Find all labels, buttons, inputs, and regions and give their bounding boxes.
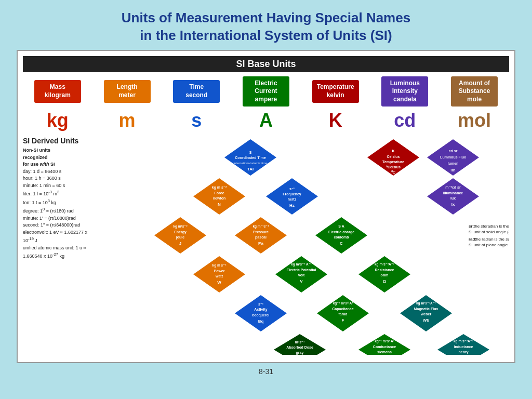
svg-text:kg m²s⁻³A⁻²: kg m²s⁻³A⁻² [375,262,395,267]
svg-text:siemens: siemens [377,350,392,354]
base-unit-mass: Masskilogram [34,80,81,102]
svg-text:S: S [249,151,252,154]
svg-text:S A: S A [338,224,344,228]
svg-text:international atomic time: international atomic time [233,162,268,165]
page-number: 8-31 [259,367,273,376]
base-units-title: SI Base Units [23,56,509,72]
svg-text:Coordinated Time: Coordinated Time [235,156,265,159]
svg-text:s⁻¹: s⁻¹ [289,187,295,191]
svg-text:Bq: Bq [258,319,264,324]
svg-text:pascal: pascal [255,235,267,240]
svg-text:Frequency: Frequency [283,192,301,196]
base-unit-luminous: LuminousIntensitycandela [381,76,428,107]
svg-text:Activity: Activity [254,308,267,312]
svg-text:Magnetic Flux: Magnetic Flux [414,307,438,311]
symbol-kg: kg [34,110,81,131]
svg-text:kg m s⁻³: kg m s⁻³ [212,263,227,268]
symbol-A: A [243,110,289,131]
svg-text:Resistance: Resistance [375,268,394,272]
svg-text:kg m s⁻²: kg m s⁻² [212,185,227,190]
rad-text2: SI unit of plane angle (dimensionless) [469,243,509,247]
svg-text:cd sr: cd sr [449,149,458,153]
svg-text:henry: henry [458,350,468,354]
rad-text: the radian is the supplementary [475,237,509,242]
svg-text:Wb: Wb [423,318,430,323]
symbol-s: s [173,110,220,131]
svg-text:Pressure: Pressure [253,230,269,234]
svg-text:kg⁻¹ m²s⁴ A²: kg⁻¹ m²s⁴ A² [333,301,353,305]
derived-units-svg: S Coordinated Time international atomic … [96,137,509,355]
svg-text:V: V [300,279,303,284]
svg-text:kg m²s⁻²A⁻²: kg m²s⁻²A⁻² [454,339,474,343]
derived-diamonds-container: S Coordinated Time international atomic … [96,137,509,357]
base-unit-length: Lengthmeter [104,80,151,102]
diamond-hertz [266,178,318,215]
svg-text:joule: joule [176,235,184,240]
svg-text:weber: weber [420,312,432,316]
symbol-m: m [104,110,151,131]
base-unit-current: ElectricCurrentampere [243,76,289,107]
svg-text:K: K [392,149,394,153]
svg-text:newton: newton [213,196,226,200]
svg-text:lumen: lumen [448,162,459,165]
svg-text:Temperature: Temperature [382,160,404,164]
base-symbols-row: kg m s A K cd mol [23,110,509,131]
svg-text:N: N [218,202,221,207]
svg-text:C: C [340,241,343,246]
svg-text:kg m²s⁻³ A⁻¹: kg m²s⁻³ A⁻¹ [291,262,312,267]
sr-text-label: sr: [469,224,474,229]
svg-text:Ω: Ω [383,279,387,284]
svg-text:Capacitance: Capacitance [332,307,353,311]
svg-text:Luminous Flux: Luminous Flux [440,155,466,159]
non-si-units-text: Non-SI units recognized for use with SI … [23,147,93,260]
svg-text:Pa: Pa [258,241,263,246]
svg-text:lx: lx [451,202,455,207]
base-unit-temp: Temperaturekelvin [312,80,359,102]
base-unit-substance: Amount ofSubstancemole [451,76,498,107]
main-title: Units of Measurement Having Special Name… [122,9,410,45]
svg-text:Force: Force [214,191,224,195]
svg-text:lux: lux [450,196,456,200]
svg-text:Electric charge: Electric charge [328,230,354,234]
svg-text:J: J [179,241,181,246]
svg-text:W: W [217,280,221,285]
svg-text:Energy: Energy [174,230,187,234]
svg-text:s⁻¹: s⁻¹ [258,302,264,306]
svg-text:hertz: hertz [288,197,297,201]
base-unit-time: Timesecond [173,80,220,102]
svg-text:Illuminance: Illuminance [443,191,463,195]
svg-text:coulomb: coulomb [334,235,349,239]
svg-text:lm: lm [450,168,455,172]
svg-text:Celsius: Celsius [387,155,400,158]
svg-text:Hz: Hz [289,203,295,208]
base-units-row: Masskilogram Lengthmeter Timesecond Elec… [23,76,509,107]
svg-text:kg m²s⁻²: kg m²s⁻² [173,224,188,229]
svg-text:m²s⁻¹: m²s⁻¹ [295,340,305,344]
svg-text:volt: volt [298,273,305,277]
svg-text:Absorbed Dose: Absorbed Dose [286,345,313,349]
svg-text:becquerel: becquerel [252,313,269,317]
svg-text:gray: gray [296,351,304,355]
svg-text:m⁻²cd sr: m⁻²cd sr [445,185,461,189]
content-box: SI Base Units Masskilogram Lengthmeter T… [17,50,515,364]
svg-text:F: F [342,318,344,323]
svg-text:Power: Power [214,269,224,273]
svg-text:kg⁻¹ m²s³ A²: kg⁻¹ m²s³ A² [375,339,395,343]
svg-text:watt: watt [215,274,223,278]
symbol-cd: cd [381,110,428,131]
derived-units-title: SI Derived Units [23,137,93,145]
derived-left-panel: SI Derived Units Non-SI units recognized… [23,137,96,357]
sr-text2: SI unit of solid angle (dimensionless) [469,230,509,234]
sr-text: the steradian is the supplementary [474,224,509,229]
svg-text:⁰C: ⁰C [391,170,396,175]
svg-text:ohm: ohm [381,273,389,277]
svg-text:kg m²s⁻²A⁻¹: kg m²s⁻²A⁻¹ [416,301,436,305]
svg-text:Electric Potential: Electric Potential [287,268,316,272]
svg-text:TAI: TAI [247,167,254,171]
svg-text:Conductance: Conductance [373,345,396,349]
svg-text:⁰Celsius: ⁰Celsius [386,165,401,169]
derived-units-area: SI Derived Units Non-SI units recognized… [23,137,509,357]
svg-text:Inductance: Inductance [454,345,473,349]
svg-text:kg m⁻¹s⁻²: kg m⁻¹s⁻² [252,224,269,229]
symbol-K: K [312,110,359,131]
